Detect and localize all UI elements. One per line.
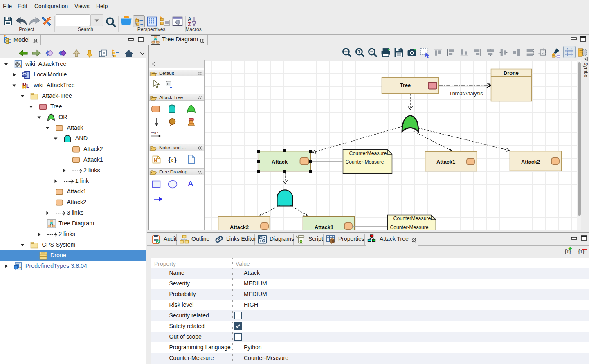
svg-text:Counter-Measure: Counter-Measure xyxy=(346,159,384,165)
svg-text:c: c xyxy=(171,157,173,162)
svg-text:Tree: Tree xyxy=(400,82,411,88)
svg-text:Attack2: Attack2 xyxy=(230,224,249,230)
svg-text:}: } xyxy=(174,156,177,163)
svg-text:A: A xyxy=(188,179,193,188)
svg-text:CounterMeasure: CounterMeasure xyxy=(393,216,431,221)
svg-text:CounterMeasure: CounterMeasure xyxy=(349,151,387,156)
svg-text:A: A xyxy=(188,16,191,22)
svg-text:ThreatAnalysis: ThreatAnalysis xyxy=(449,91,483,97)
svg-text:Attack1: Attack1 xyxy=(436,159,455,165)
svg-text:Attack: Attack xyxy=(272,159,288,165)
svg-text:Attack2: Attack2 xyxy=(521,159,540,165)
svg-text:N: N xyxy=(154,157,157,162)
svg-text:«AT»: «AT» xyxy=(151,131,159,135)
svg-text:Attack1: Attack1 xyxy=(315,224,333,230)
svg-text:Drone: Drone xyxy=(504,70,519,76)
svg-text:Counter-Measure: Counter-Measure xyxy=(390,225,429,230)
svg-text:{: { xyxy=(168,156,171,163)
